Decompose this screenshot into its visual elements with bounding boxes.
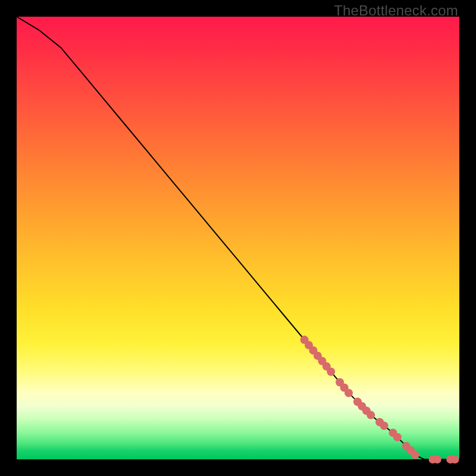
watermark-text: TheBottleneck.com <box>334 2 458 19</box>
bottleneck-curve <box>17 17 459 459</box>
highlight-marker <box>345 389 353 397</box>
chart-frame: TheBottleneck.com <box>0 0 476 476</box>
highlight-markers <box>300 336 459 464</box>
curve-svg <box>17 17 459 459</box>
highlight-marker <box>327 368 335 376</box>
highlight-marker <box>433 455 441 464</box>
highlight-marker <box>411 451 419 459</box>
highlight-marker <box>367 411 375 419</box>
highlight-marker <box>393 433 402 441</box>
plot-area <box>17 17 459 459</box>
highlight-marker <box>451 455 459 464</box>
highlight-marker <box>380 422 389 430</box>
